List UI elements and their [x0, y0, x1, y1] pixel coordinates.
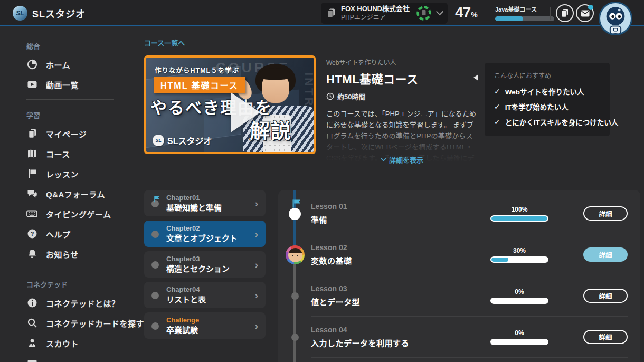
- notification-dot: [588, 5, 593, 10]
- sidebar-item-info[interactable]: コネクテッドとは？: [26, 293, 127, 313]
- sidebar-divider: [26, 269, 114, 269]
- lesson-label: Lesson 01: [311, 202, 485, 211]
- course-audience: Webサイトを作りたい人: [326, 58, 478, 66]
- sidebar-item-search[interactable]: コネクテッドカードを探す: [26, 313, 127, 333]
- thumbnail-logo: SL SLスタジオ: [153, 134, 212, 147]
- sidebar-item-label: マイページ: [46, 128, 87, 139]
- sidebar-sections: 総合ホーム動画一覧学習マイページコースレッスンQ&Aフォーラムタイピングゲーム?…: [26, 41, 127, 362]
- company-selector[interactable]: FOX HOUND株式会社 PHPエンジニア: [321, 3, 448, 24]
- sidebar-item-label: お知らせ: [46, 249, 79, 260]
- sidebar-item-keyboard[interactable]: タイピングゲーム: [26, 204, 127, 224]
- sidebar-section-label: コネクテッド: [26, 279, 127, 288]
- timeline-dot: [291, 292, 299, 300]
- thumbnail-badge: HTML 基礎コース: [154, 77, 245, 93]
- cards-button[interactable]: [556, 4, 574, 22]
- keyboard-icon: [26, 208, 37, 220]
- lesson-progress: 100%: [485, 206, 554, 222]
- chapter-title: リストと表: [166, 294, 206, 305]
- lesson-title: 準備: [311, 215, 485, 225]
- app-logo-text: SLスタジオ: [32, 6, 86, 20]
- chapter-card-5[interactable]: Challenge卒業試験›: [144, 312, 266, 339]
- info-icon: [26, 298, 37, 309]
- recommend-wrap: こんな人におすすめ ✓Webサイトを作りたい人✓ITを学び始めたい人✓とにかくI…: [485, 63, 610, 136]
- sidebar-item-flag[interactable]: レッスン: [26, 164, 127, 184]
- search-icon: [26, 318, 37, 329]
- lesson-label: Lesson 04: [311, 326, 485, 335]
- chapter-card-3[interactable]: Chapter03構造とセクション›: [144, 251, 266, 278]
- lesson-percent: 30%: [485, 247, 554, 254]
- sidebar-item-bell[interactable]: お知らせ: [26, 244, 127, 264]
- lesson-row-1: Lesson 01準備 100% 詳細: [311, 193, 628, 234]
- recommend-list: ✓Webサイトを作りたい人✓ITを学び始めたい人✓とにかくITスキルを身につけた…: [494, 86, 600, 127]
- course-duration: 約50時間: [326, 91, 478, 101]
- robot-avatar-icon: [600, 3, 631, 34]
- sidebar-item-partial[interactable]: [26, 353, 127, 362]
- sidebar-item-map[interactable]: コース: [26, 144, 127, 164]
- chapter-status-icon: [151, 260, 160, 269]
- lesson-progress: 0%: [485, 329, 554, 345]
- chevron-down-icon: [381, 158, 386, 161]
- main-content: コース一覧へ COURSE INTRODUC 作りながらHTML５を学ぶ HTM…: [127, 28, 644, 362]
- chapter-label: Chapter03: [166, 255, 230, 264]
- card-icon: [26, 358, 37, 362]
- lesson-progress: 30%: [485, 247, 554, 263]
- lesson-row-2: Lesson 02変数の基礎 30% 詳細: [311, 234, 628, 275]
- chapter-label: Chapter01: [166, 194, 222, 203]
- sidebar-item-pages[interactable]: マイページ: [26, 123, 127, 144]
- sidebar-item-home[interactable]: ホーム: [26, 54, 127, 74]
- flag-icon: [153, 196, 160, 203]
- recommend-item: ✓ITを学び始めたい人: [494, 101, 600, 112]
- lesson-detail-button[interactable]: 詳細: [583, 330, 628, 344]
- course-body: Chapter01基礎知識と準備›Chapter02文章とオブジェクト›Chap…: [144, 190, 633, 362]
- user-avatar[interactable]: [599, 2, 632, 35]
- sidebar-item-chat[interactable]: Q&Aフォーラム: [26, 184, 127, 204]
- lesson-row-3: Lesson 03値とデータ型 0% 詳細: [311, 275, 628, 317]
- header-course-name: Java基礎コース: [495, 5, 554, 13]
- header-divider: [550, 7, 551, 20]
- chat-icon: [26, 188, 37, 199]
- app-logo-icon: SL: [13, 6, 27, 21]
- recommend-card: こんな人におすすめ ✓Webサイトを作りたい人✓ITを学び始めたい人✓とにかくI…: [485, 63, 610, 136]
- chapter-card-1[interactable]: Chapter01基礎知識と準備›: [144, 190, 266, 216]
- course-title: HTML基礎コース: [326, 70, 478, 87]
- lesson-detail-button[interactable]: 詳細: [583, 247, 628, 262]
- back-to-courses-link[interactable]: コース一覧へ: [144, 37, 185, 47]
- chevron-right-icon: ›: [255, 321, 258, 331]
- check-icon: ✓: [494, 118, 500, 126]
- header-progress-bar: [495, 16, 554, 21]
- company-role: PHPエンジニア: [341, 14, 411, 22]
- sidebar-item-person[interactable]: スカウト: [26, 333, 127, 353]
- lesson-progress-bar: [490, 298, 548, 304]
- app-logo[interactable]: SL SLスタジオ: [13, 6, 86, 21]
- sidebar-item-label: レッスン: [46, 168, 79, 179]
- sidebar-item-label: ホーム: [46, 59, 70, 70]
- course-video-thumbnail[interactable]: COURSE INTRODUC 作りながらHTML５を学ぶ HTML 基礎コース…: [144, 55, 316, 154]
- chapter-list: Chapter01基礎知識と準備›Chapter02文章とオブジェクト›Chap…: [144, 190, 266, 343]
- lesson-detail-button[interactable]: 詳細: [583, 206, 628, 221]
- lesson-title: 入力したデータを利用する: [311, 339, 485, 348]
- show-detail-link[interactable]: 詳細を表示: [326, 155, 478, 165]
- flag-icon: [26, 168, 37, 179]
- course-info: Webサイトを作りたい人 HTML基礎コース 約50時間 このコースでは、「PH…: [326, 55, 478, 165]
- lesson-progress-bar: [490, 339, 548, 345]
- lesson-percent: 0%: [485, 288, 554, 296]
- timeline-milestone-circle: [289, 208, 301, 220]
- sidebar-item-help[interactable]: ?ヘルプ: [26, 224, 127, 244]
- lesson-detail-button[interactable]: 詳細: [583, 289, 628, 303]
- chapter-card-4[interactable]: Chapter04リストと表›: [144, 282, 266, 308]
- course-hero: COURSE INTRODUC 作りながらHTML５を学ぶ HTML 基礎コース…: [144, 55, 633, 165]
- course-description: このコースでは、「PHPエンジニア」になるために必要な基礎となる知識を学習します…: [326, 108, 478, 162]
- lesson-title: 値とデータ型: [311, 298, 485, 307]
- sidebar: 総合ホーム動画一覧学習マイページコースレッスンQ&Aフォーラムタイピングゲーム?…: [0, 28, 127, 362]
- chapter-card-2[interactable]: Chapter02文章とオブジェクト›: [144, 221, 266, 247]
- sidebar-item-label: コース: [46, 148, 70, 159]
- chapter-label: Chapter02: [166, 224, 238, 233]
- lesson-row-5: Challenge: [311, 358, 628, 362]
- messages-button[interactable]: [576, 4, 594, 22]
- sidebar-item-video[interactable]: 動画一覧: [26, 74, 127, 94]
- chapter-title: 基礎知識と準備: [166, 203, 222, 213]
- video-icon: [26, 79, 37, 90]
- sidebar-section-label: 総合: [26, 41, 127, 49]
- help-icon: ?: [26, 228, 37, 240]
- play-icon[interactable]: [231, 92, 260, 132]
